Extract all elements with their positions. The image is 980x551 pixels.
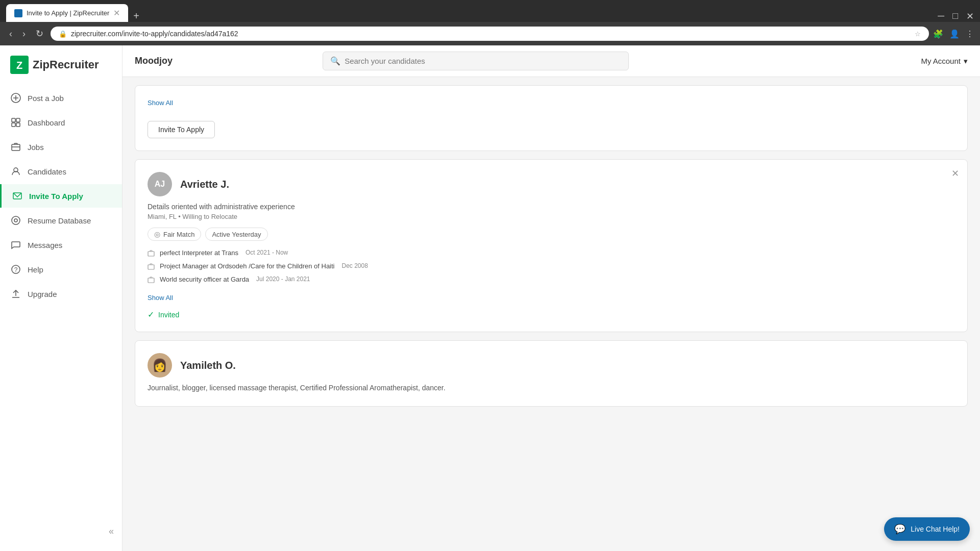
chat-bubble-icon: 💬 (894, 523, 905, 535)
invite-to-apply-button-previous[interactable]: Invite To Apply (148, 121, 215, 138)
help-icon: ? (10, 264, 21, 275)
lock-icon: 🔒 (59, 30, 67, 38)
work-item-3: World security officer at Garda Jul 2020… (148, 276, 955, 285)
url-display: ziprecruiter.com/invite-to-apply/candida… (71, 30, 911, 38)
search-input[interactable] (345, 57, 621, 65)
live-chat-label: Live Chat Help! (911, 525, 960, 533)
sidebar-item-post-job[interactable]: Post a Job (0, 86, 122, 110)
candidate-card-yamileth: 👩 Yamileth O. Journalist, blogger, licen… (135, 340, 968, 407)
sidebar-label-help: Help (28, 265, 43, 274)
close-button[interactable]: ✕ (966, 11, 974, 22)
profile-icon[interactable]: 👤 (949, 29, 960, 39)
post-job-icon (10, 92, 21, 104)
jobs-icon (10, 141, 21, 153)
messages-icon (10, 239, 21, 251)
briefcase-icon-3 (148, 276, 155, 285)
maximize-button[interactable]: □ (952, 11, 958, 22)
back-button[interactable]: ‹ (6, 27, 15, 41)
sidebar-item-help[interactable]: ? Help (0, 258, 122, 281)
work-date-1: Oct 2021 - Now (246, 249, 288, 256)
sidebar-label-messages: Messages (28, 241, 62, 249)
sidebar-label-candidates: Candidates (28, 167, 66, 176)
my-account-button[interactable]: My Account ▾ (921, 57, 968, 66)
extensions-icon[interactable]: 🧩 (933, 29, 943, 39)
match-icon: ◎ (154, 230, 160, 238)
work-item-1: perfect Interpreter at Trans Oct 2021 - … (148, 249, 955, 258)
refresh-button[interactable]: ↻ (33, 26, 46, 41)
active-yesterday-badge: Active Yesterday (205, 228, 267, 241)
candidate-card-avriette: ✕ AJ Avriette J. Details oriented with a… (135, 159, 968, 332)
show-all-avriette[interactable]: Show All (148, 294, 173, 302)
main-content: Moodjoy 🔍 My Account ▾ Show All Invite T… (122, 45, 980, 551)
avriette-tagline: Details oriented with administrative exp… (148, 203, 955, 211)
job-title: Moodjoy (135, 56, 173, 66)
new-tab-button[interactable]: + (129, 10, 143, 22)
candidates-list: Show All Invite To Apply ✕ AJ Avriette J… (122, 77, 980, 551)
sidebar-item-candidates[interactable]: Candidates (0, 160, 122, 183)
sidebar-item-jobs[interactable]: Jobs (0, 135, 122, 159)
sidebar-item-resume-database[interactable]: Resume Database (0, 209, 122, 232)
svg-rect-5 (12, 118, 15, 122)
svg-rect-18 (148, 252, 154, 256)
app-container: Z ZipRecruiter Post a Job Dashboard (0, 45, 980, 551)
invited-label: Invited (158, 311, 179, 319)
fair-match-label: Fair Match (163, 231, 194, 238)
checkmark-icon: ✓ (148, 310, 154, 319)
window-controls: ─ □ ✕ (938, 11, 974, 22)
sidebar-label-resume-database: Resume Database (28, 216, 91, 225)
svg-text:Z: Z (16, 60, 22, 71)
forward-button[interactable]: › (19, 27, 29, 41)
yamileth-card-header: 👩 Yamileth O. (148, 353, 955, 378)
briefcase-icon-2 (148, 263, 155, 271)
sidebar-label-invite-to-apply: Invite To Apply (29, 192, 83, 201)
avriette-avatar: AJ (148, 172, 172, 196)
my-account-label: My Account (921, 57, 961, 65)
briefcase-icon-1 (148, 249, 155, 258)
show-all-previous[interactable]: Show All (148, 99, 173, 107)
yamileth-name: Yamileth O. (180, 360, 236, 371)
live-chat-button[interactable]: 💬 Live Chat Help! (884, 517, 970, 541)
active-tab[interactable]: Invite to Apply | ZipRecruiter ✕ (6, 4, 128, 22)
avriette-work-history: perfect Interpreter at Trans Oct 2021 - … (148, 249, 955, 285)
ziprecruiter-logo-icon: Z (10, 56, 29, 74)
tab-favicon (14, 9, 22, 17)
menu-icon[interactable]: ⋮ (966, 29, 974, 39)
svg-rect-6 (16, 118, 20, 122)
active-yesterday-label: Active Yesterday (212, 231, 261, 238)
sidebar-collapse-button[interactable]: « (0, 522, 122, 541)
sidebar-item-upgrade[interactable]: Upgrade (0, 282, 122, 306)
upgrade-icon (10, 288, 21, 299)
resume-database-icon (10, 215, 21, 226)
address-bar[interactable]: 🔒 ziprecruiter.com/invite-to-apply/candi… (51, 27, 929, 41)
avriette-badges: ◎ Fair Match Active Yesterday (148, 228, 955, 241)
sidebar-item-messages[interactable]: Messages (0, 233, 122, 257)
search-bar[interactable]: 🔍 (323, 52, 629, 70)
sidebar: Z ZipRecruiter Post a Job Dashboard (0, 45, 122, 551)
sidebar-label-dashboard: Dashboard (28, 118, 65, 127)
tab-close-button[interactable]: ✕ (113, 8, 120, 18)
avriette-card-header: AJ Avriette J. (148, 172, 955, 196)
yamileth-avatar: 👩 (148, 353, 172, 378)
sidebar-navigation: Post a Job Dashboard Jobs Candidates (0, 86, 122, 306)
yamileth-tagline: Journalist, blogger, licensed massage th… (148, 384, 955, 392)
svg-point-14 (14, 219, 17, 222)
sidebar-item-dashboard[interactable]: Dashboard (0, 111, 122, 134)
sidebar-label-upgrade: Upgrade (28, 290, 57, 298)
sidebar-item-invite-to-apply[interactable]: Invite To Apply (0, 184, 122, 208)
minimize-button[interactable]: ─ (938, 11, 944, 22)
close-card-avriette-button[interactable]: ✕ (951, 168, 959, 179)
work-date-2: Dec 2008 (342, 262, 368, 269)
avriette-location: Miami, FL • Willing to Relocate (148, 213, 955, 220)
svg-text:?: ? (14, 266, 18, 273)
top-bar: Moodjoy 🔍 My Account ▾ (122, 45, 980, 77)
sidebar-footer: « (0, 522, 122, 541)
sidebar-label-jobs: Jobs (28, 143, 44, 152)
tab-title: Invite to Apply | ZipRecruiter (27, 9, 109, 17)
svg-rect-19 (148, 265, 154, 269)
work-role-2: Project Manager at Ordsodeh /Care for th… (160, 262, 335, 270)
invite-icon (12, 190, 23, 202)
svg-rect-9 (12, 144, 20, 151)
avriette-initials: AJ (155, 180, 165, 189)
avriette-name: Avriette J. (180, 179, 229, 190)
bookmark-icon[interactable]: ☆ (915, 30, 921, 38)
